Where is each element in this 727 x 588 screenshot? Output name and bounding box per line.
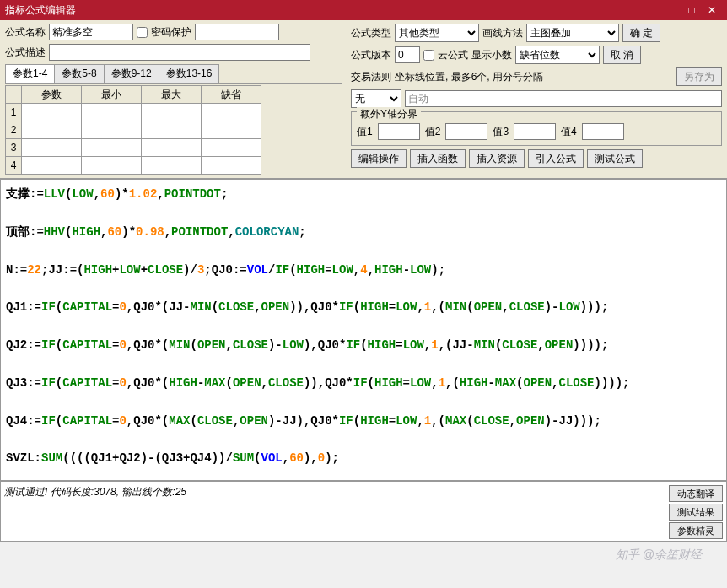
cell[interactable] [202, 139, 261, 156]
cell[interactable] [202, 104, 261, 121]
decimals-label: 显示小数 [471, 48, 512, 62]
cell[interactable] [22, 121, 81, 138]
extra-y-legend: 额外Y轴分界 [357, 107, 421, 121]
name-input[interactable] [49, 24, 133, 40]
cell[interactable] [142, 121, 201, 138]
code-editor[interactable]: 支撑:=LLV(LOW,60)*1.02,POINTDOT; 顶部:=HHV(H… [0, 179, 727, 481]
cell[interactable] [202, 121, 261, 138]
draw-label: 画线方法 [482, 26, 523, 40]
v3-input[interactable] [514, 123, 556, 140]
cell[interactable] [142, 157, 201, 174]
rule-label: 交易法则 [351, 70, 391, 84]
desc-input[interactable] [49, 44, 310, 61]
col-param: 参数 [22, 86, 81, 103]
watermark: 知乎 @余笙财经 [616, 548, 702, 563]
ok-button[interactable]: 确 定 [622, 24, 660, 42]
cancel-button[interactable]: 取 消 [603, 46, 641, 64]
dyn-trans-button[interactable]: 动态翻译 [669, 485, 723, 502]
tab-params-9-12[interactable]: 参数9-12 [104, 64, 159, 83]
param-grid: 参数 最小 最大 缺省 1 2 3 4 [5, 85, 261, 175]
edit-op-button[interactable]: 编辑操作 [351, 149, 407, 168]
rule-select[interactable]: 无 [351, 89, 401, 108]
col-default: 缺省 [202, 86, 261, 103]
desc-label: 公式描述 [5, 46, 46, 60]
tab-params-5-8[interactable]: 参数5-8 [54, 64, 104, 83]
minimize-icon[interactable]: □ [681, 4, 702, 16]
pwd-label: 密码保护 [151, 25, 191, 40]
tab-params-1-4[interactable]: 参数1-4 [5, 64, 55, 83]
cell[interactable] [22, 139, 81, 156]
param-wizard-button[interactable]: 参数精灵 [669, 522, 723, 539]
insert-func-button[interactable]: 插入函数 [410, 149, 466, 168]
window-title: 指标公式编辑器 [5, 3, 681, 18]
pwd-checkbox[interactable] [137, 27, 148, 38]
col-max: 最大 [142, 86, 201, 103]
titlebar: 指标公式编辑器 □ ✕ [0, 0, 727, 20]
auto-input[interactable] [405, 90, 722, 107]
cell[interactable] [82, 139, 141, 156]
cell[interactable] [142, 139, 201, 156]
saveas-button[interactable]: 另存为 [676, 67, 722, 86]
insert-res-button[interactable]: 插入资源 [469, 149, 525, 168]
test-result-button[interactable]: 测试结果 [669, 504, 723, 521]
param-tabs: 参数1-4 参数5-8 参数9-12 参数13-16 [5, 64, 342, 84]
col-min: 最小 [82, 86, 141, 103]
toolbar: 公式名称 密码保护 公式描述 参数1-4 参数5-8 参数9-12 参数13-1… [0, 20, 727, 179]
cell[interactable] [22, 104, 81, 121]
version-input[interactable] [395, 46, 420, 63]
v4-input[interactable] [582, 123, 624, 140]
cloud-label: 云公式 [438, 48, 468, 62]
v2-input[interactable] [445, 123, 487, 140]
tab-params-13-16[interactable]: 参数13-16 [159, 64, 220, 83]
ref-formula-button[interactable]: 引入公式 [528, 149, 584, 168]
extra-y-fieldset: 额外Y轴分界 值1 值2 值3 值4 [351, 111, 722, 146]
name-label: 公式名称 [5, 25, 46, 40]
draw-select[interactable]: 主图叠加 [526, 24, 619, 42]
type-select[interactable]: 其他类型 [395, 24, 479, 42]
pwd-input[interactable] [195, 24, 279, 40]
version-label: 公式版本 [351, 48, 391, 62]
cell[interactable] [82, 104, 141, 121]
cloud-checkbox[interactable] [423, 50, 434, 61]
close-icon[interactable]: ✕ [702, 4, 722, 16]
cell[interactable] [82, 121, 141, 138]
decimals-select[interactable]: 缺省位数 [515, 46, 600, 64]
type-label: 公式类型 [351, 26, 391, 40]
status-message: 测试通过! 代码长度:3078, 输出线个数:25 [4, 485, 669, 537]
rule-hint: 坐标线位置, 最多6个, 用分号分隔 [395, 70, 673, 84]
cell[interactable] [142, 104, 201, 121]
test-formula-button[interactable]: 测试公式 [587, 149, 643, 168]
status-bar: 测试通过! 代码长度:3078, 输出线个数:25 动态翻译 测试结果 参数精灵 [0, 481, 727, 542]
cell[interactable] [82, 157, 141, 174]
cell[interactable] [202, 157, 261, 174]
v1-input[interactable] [378, 123, 420, 140]
cell[interactable] [22, 157, 81, 174]
